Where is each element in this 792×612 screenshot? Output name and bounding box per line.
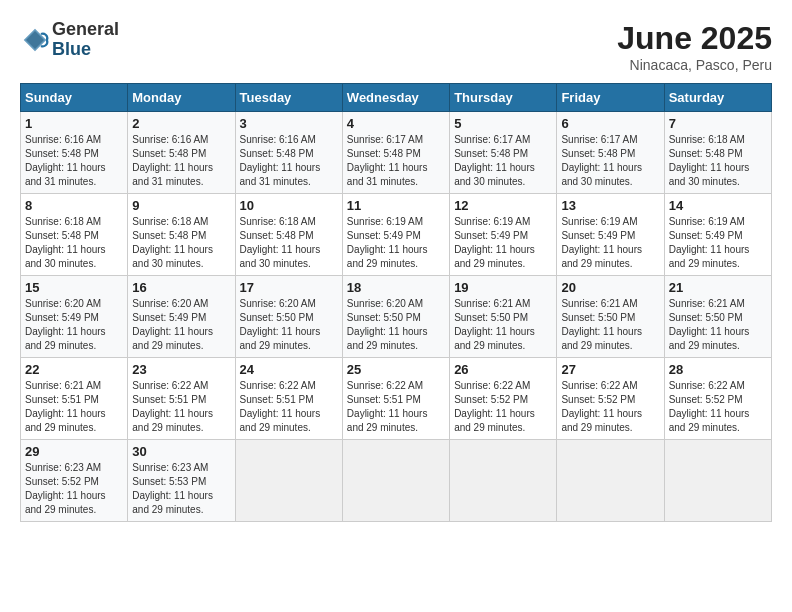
calendar-cell — [342, 440, 449, 522]
calendar-cell — [557, 440, 664, 522]
day-number: 2 — [132, 116, 230, 131]
calendar-cell: 4Sunrise: 6:17 AMSunset: 5:48 PMDaylight… — [342, 112, 449, 194]
day-number: 17 — [240, 280, 338, 295]
day-number: 9 — [132, 198, 230, 213]
day-info: Sunrise: 6:22 AMSunset: 5:52 PMDaylight:… — [669, 379, 767, 435]
calendar-cell: 24Sunrise: 6:22 AMSunset: 5:51 PMDayligh… — [235, 358, 342, 440]
header-saturday: Saturday — [664, 84, 771, 112]
title-block: June 2025 Ninacaca, Pasco, Peru — [617, 20, 772, 73]
day-number: 20 — [561, 280, 659, 295]
month-title: June 2025 — [617, 20, 772, 57]
day-info: Sunrise: 6:18 AMSunset: 5:48 PMDaylight:… — [25, 215, 123, 271]
calendar-cell: 30Sunrise: 6:23 AMSunset: 5:53 PMDayligh… — [128, 440, 235, 522]
header-sunday: Sunday — [21, 84, 128, 112]
day-number: 5 — [454, 116, 552, 131]
day-number: 12 — [454, 198, 552, 213]
day-number: 27 — [561, 362, 659, 377]
day-info: Sunrise: 6:17 AMSunset: 5:48 PMDaylight:… — [347, 133, 445, 189]
day-number: 22 — [25, 362, 123, 377]
calendar-cell — [235, 440, 342, 522]
calendar-cell — [450, 440, 557, 522]
logo-icon — [20, 25, 50, 55]
calendar-cell — [664, 440, 771, 522]
day-info: Sunrise: 6:22 AMSunset: 5:52 PMDaylight:… — [454, 379, 552, 435]
calendar-cell: 1Sunrise: 6:16 AMSunset: 5:48 PMDaylight… — [21, 112, 128, 194]
day-info: Sunrise: 6:23 AMSunset: 5:52 PMDaylight:… — [25, 461, 123, 517]
day-info: Sunrise: 6:16 AMSunset: 5:48 PMDaylight:… — [132, 133, 230, 189]
day-info: Sunrise: 6:18 AMSunset: 5:48 PMDaylight:… — [132, 215, 230, 271]
logo-blue: Blue — [52, 40, 119, 60]
header-friday: Friday — [557, 84, 664, 112]
calendar-cell: 2Sunrise: 6:16 AMSunset: 5:48 PMDaylight… — [128, 112, 235, 194]
day-info: Sunrise: 6:21 AMSunset: 5:50 PMDaylight:… — [454, 297, 552, 353]
calendar-cell: 6Sunrise: 6:17 AMSunset: 5:48 PMDaylight… — [557, 112, 664, 194]
calendar-week-4: 22Sunrise: 6:21 AMSunset: 5:51 PMDayligh… — [21, 358, 772, 440]
day-info: Sunrise: 6:20 AMSunset: 5:50 PMDaylight:… — [240, 297, 338, 353]
calendar-cell: 16Sunrise: 6:20 AMSunset: 5:49 PMDayligh… — [128, 276, 235, 358]
day-number: 21 — [669, 280, 767, 295]
day-number: 1 — [25, 116, 123, 131]
header-wednesday: Wednesday — [342, 84, 449, 112]
day-number: 24 — [240, 362, 338, 377]
day-info: Sunrise: 6:22 AMSunset: 5:51 PMDaylight:… — [132, 379, 230, 435]
calendar-cell: 26Sunrise: 6:22 AMSunset: 5:52 PMDayligh… — [450, 358, 557, 440]
logo: General Blue — [20, 20, 119, 60]
day-number: 3 — [240, 116, 338, 131]
logo-text: General Blue — [52, 20, 119, 60]
location: Ninacaca, Pasco, Peru — [617, 57, 772, 73]
day-number: 7 — [669, 116, 767, 131]
day-number: 16 — [132, 280, 230, 295]
day-info: Sunrise: 6:19 AMSunset: 5:49 PMDaylight:… — [669, 215, 767, 271]
day-number: 6 — [561, 116, 659, 131]
calendar-cell: 28Sunrise: 6:22 AMSunset: 5:52 PMDayligh… — [664, 358, 771, 440]
day-info: Sunrise: 6:19 AMSunset: 5:49 PMDaylight:… — [454, 215, 552, 271]
header-monday: Monday — [128, 84, 235, 112]
calendar-cell: 27Sunrise: 6:22 AMSunset: 5:52 PMDayligh… — [557, 358, 664, 440]
day-info: Sunrise: 6:21 AMSunset: 5:50 PMDaylight:… — [561, 297, 659, 353]
calendar-table: SundayMondayTuesdayWednesdayThursdayFrid… — [20, 83, 772, 522]
header-tuesday: Tuesday — [235, 84, 342, 112]
day-info: Sunrise: 6:19 AMSunset: 5:49 PMDaylight:… — [561, 215, 659, 271]
day-number: 25 — [347, 362, 445, 377]
day-number: 11 — [347, 198, 445, 213]
day-info: Sunrise: 6:21 AMSunset: 5:51 PMDaylight:… — [25, 379, 123, 435]
day-number: 30 — [132, 444, 230, 459]
calendar-cell: 21Sunrise: 6:21 AMSunset: 5:50 PMDayligh… — [664, 276, 771, 358]
day-info: Sunrise: 6:18 AMSunset: 5:48 PMDaylight:… — [669, 133, 767, 189]
calendar-cell: 14Sunrise: 6:19 AMSunset: 5:49 PMDayligh… — [664, 194, 771, 276]
day-info: Sunrise: 6:19 AMSunset: 5:49 PMDaylight:… — [347, 215, 445, 271]
day-number: 26 — [454, 362, 552, 377]
day-info: Sunrise: 6:18 AMSunset: 5:48 PMDaylight:… — [240, 215, 338, 271]
day-number: 10 — [240, 198, 338, 213]
calendar-cell: 8Sunrise: 6:18 AMSunset: 5:48 PMDaylight… — [21, 194, 128, 276]
calendar-cell: 17Sunrise: 6:20 AMSunset: 5:50 PMDayligh… — [235, 276, 342, 358]
page-header: General Blue June 2025 Ninacaca, Pasco, … — [20, 20, 772, 73]
day-info: Sunrise: 6:17 AMSunset: 5:48 PMDaylight:… — [561, 133, 659, 189]
day-number: 18 — [347, 280, 445, 295]
calendar-cell: 23Sunrise: 6:22 AMSunset: 5:51 PMDayligh… — [128, 358, 235, 440]
calendar-cell: 20Sunrise: 6:21 AMSunset: 5:50 PMDayligh… — [557, 276, 664, 358]
calendar-week-3: 15Sunrise: 6:20 AMSunset: 5:49 PMDayligh… — [21, 276, 772, 358]
day-info: Sunrise: 6:22 AMSunset: 5:51 PMDaylight:… — [347, 379, 445, 435]
day-number: 13 — [561, 198, 659, 213]
day-info: Sunrise: 6:20 AMSunset: 5:49 PMDaylight:… — [132, 297, 230, 353]
calendar-cell: 9Sunrise: 6:18 AMSunset: 5:48 PMDaylight… — [128, 194, 235, 276]
day-info: Sunrise: 6:20 AMSunset: 5:50 PMDaylight:… — [347, 297, 445, 353]
calendar-cell: 10Sunrise: 6:18 AMSunset: 5:48 PMDayligh… — [235, 194, 342, 276]
logo-general: General — [52, 20, 119, 40]
day-info: Sunrise: 6:22 AMSunset: 5:52 PMDaylight:… — [561, 379, 659, 435]
calendar-cell: 18Sunrise: 6:20 AMSunset: 5:50 PMDayligh… — [342, 276, 449, 358]
calendar-week-5: 29Sunrise: 6:23 AMSunset: 5:52 PMDayligh… — [21, 440, 772, 522]
day-info: Sunrise: 6:16 AMSunset: 5:48 PMDaylight:… — [240, 133, 338, 189]
day-info: Sunrise: 6:16 AMSunset: 5:48 PMDaylight:… — [25, 133, 123, 189]
calendar-cell: 29Sunrise: 6:23 AMSunset: 5:52 PMDayligh… — [21, 440, 128, 522]
day-number: 19 — [454, 280, 552, 295]
day-number: 15 — [25, 280, 123, 295]
day-info: Sunrise: 6:23 AMSunset: 5:53 PMDaylight:… — [132, 461, 230, 517]
calendar-cell: 11Sunrise: 6:19 AMSunset: 5:49 PMDayligh… — [342, 194, 449, 276]
day-info: Sunrise: 6:20 AMSunset: 5:49 PMDaylight:… — [25, 297, 123, 353]
day-number: 8 — [25, 198, 123, 213]
calendar-cell: 3Sunrise: 6:16 AMSunset: 5:48 PMDaylight… — [235, 112, 342, 194]
calendar-cell: 22Sunrise: 6:21 AMSunset: 5:51 PMDayligh… — [21, 358, 128, 440]
day-info: Sunrise: 6:21 AMSunset: 5:50 PMDaylight:… — [669, 297, 767, 353]
